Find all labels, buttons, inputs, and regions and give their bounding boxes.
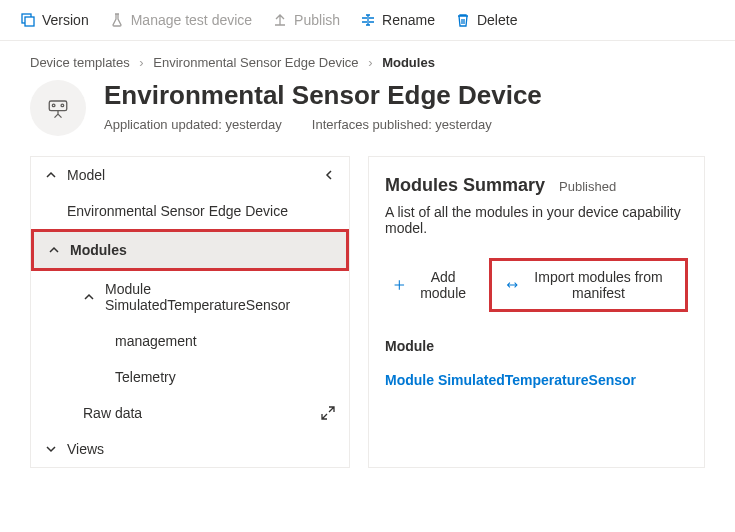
tree-management-label: management <box>115 333 197 349</box>
tree-modules-row[interactable]: Modules <box>31 229 349 271</box>
breadcrumb-item[interactable]: Device templates <box>30 55 130 70</box>
tree-views-label: Views <box>67 441 104 457</box>
tree-telemetry-row[interactable]: Telemetry <box>31 359 349 395</box>
rename-label: Rename <box>382 12 435 28</box>
interfaces-published-text: Interfaces published: yesterday <box>312 117 492 132</box>
svg-point-4 <box>61 104 64 107</box>
module-section-label: Module <box>385 338 688 354</box>
svg-point-3 <box>52 104 55 107</box>
publish-label: Publish <box>294 12 340 28</box>
tree-telemetry-label: Telemetry <box>115 369 176 385</box>
tree-raw-data-row[interactable]: Raw data <box>31 395 349 431</box>
status-badge: Published <box>559 179 616 194</box>
module-link[interactable]: Module SimulatedTemperatureSensor <box>385 372 688 388</box>
manage-test-device-button[interactable]: Manage test device <box>101 8 260 32</box>
tree-device-row[interactable]: Environmental Sensor Edge Device <box>31 193 349 229</box>
import-highlight: Import modules from manifest <box>489 258 688 312</box>
import-modules-label: Import modules from manifest <box>526 269 671 301</box>
publish-button[interactable]: Publish <box>264 8 348 32</box>
import-modules-button[interactable]: Import modules from manifest <box>498 263 679 307</box>
tree-module-item-row[interactable]: Module SimulatedTemperatureSensor <box>31 271 349 323</box>
publish-icon <box>272 12 288 28</box>
rename-button[interactable]: Rename <box>352 8 443 32</box>
delete-icon <box>455 12 471 28</box>
tree-raw-data-label: Raw data <box>83 405 142 421</box>
version-label: Version <box>42 12 89 28</box>
breadcrumb-sep: › <box>139 55 143 70</box>
chevron-up-icon <box>45 169 57 181</box>
page-title: Environmental Sensor Edge Device <box>104 80 542 111</box>
side-tree-panel: Model Environmental Sensor Edge Device M… <box>30 156 350 468</box>
chevron-up-icon <box>48 244 60 256</box>
import-icon <box>506 277 519 293</box>
tree-model-row[interactable]: Model <box>31 157 349 193</box>
tree-modules-label: Modules <box>70 242 127 258</box>
version-button[interactable]: Version <box>12 8 97 32</box>
device-type-icon <box>30 80 86 136</box>
rename-icon <box>360 12 376 28</box>
expand-icon[interactable] <box>321 406 335 420</box>
add-module-label: Add module <box>414 269 473 301</box>
tree-module-item-label: Module SimulatedTemperatureSensor <box>105 281 335 313</box>
summary-desc: A list of all the modules in your device… <box>385 204 688 236</box>
chevron-down-icon <box>45 443 57 455</box>
breadcrumb-item[interactable]: Environmental Sensor Edge Device <box>153 55 358 70</box>
breadcrumb-current: Modules <box>382 55 435 70</box>
modules-summary-panel: Modules Summary Published A list of all … <box>368 156 705 468</box>
tree-management-row[interactable]: management <box>31 323 349 359</box>
breadcrumb-sep: › <box>368 55 372 70</box>
tree-device-label: Environmental Sensor Edge Device <box>67 203 288 219</box>
chevron-left-icon[interactable] <box>323 169 335 181</box>
tree-model-label: Model <box>67 167 105 183</box>
tree-views-row[interactable]: Views <box>31 431 349 467</box>
page-header: Environmental Sensor Edge Device Applica… <box>0 80 735 156</box>
toolbar: Version Manage test device Publish Renam… <box>0 0 735 41</box>
delete-button[interactable]: Delete <box>447 8 525 32</box>
breadcrumb: Device templates › Environmental Sensor … <box>0 41 735 80</box>
app-updated-text: Application updated: yesterday <box>104 117 282 132</box>
plus-icon <box>393 277 406 293</box>
manage-test-device-label: Manage test device <box>131 12 252 28</box>
summary-title: Modules Summary <box>385 175 545 196</box>
add-module-button[interactable]: Add module <box>385 263 481 307</box>
chevron-up-icon <box>83 291 95 303</box>
flask-icon <box>109 12 125 28</box>
delete-label: Delete <box>477 12 517 28</box>
svg-rect-1 <box>25 17 34 26</box>
version-icon <box>20 12 36 28</box>
